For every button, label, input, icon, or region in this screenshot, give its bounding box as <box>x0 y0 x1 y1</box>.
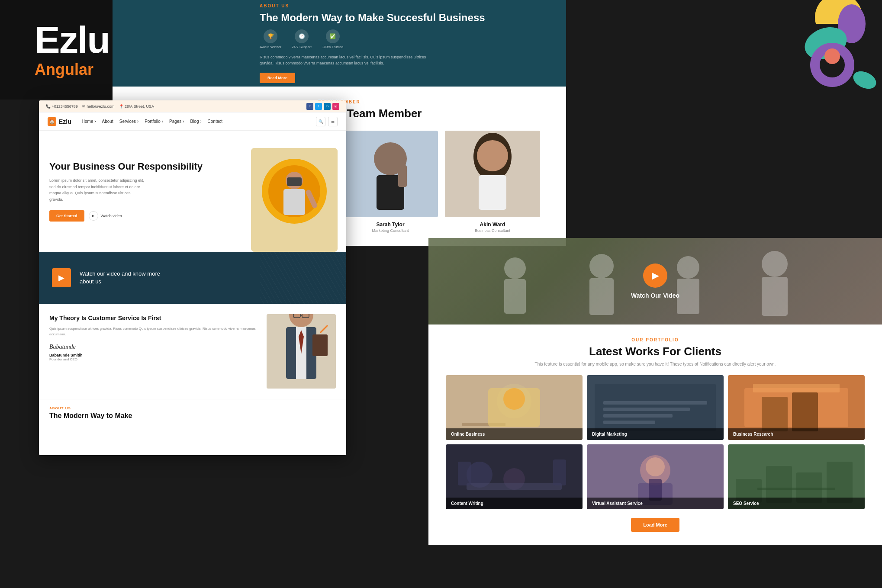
svg-rect-56 <box>603 408 690 411</box>
nav-logo-icon: 🏠 <box>48 117 56 126</box>
hero-get-started-button[interactable]: Get Started <box>49 210 84 222</box>
linkedin-icon[interactable]: in <box>324 103 331 110</box>
portfolio-item-2[interactable]: Digital Marketing <box>587 375 724 440</box>
portfolio-desc: This feature is essential for any mobile… <box>446 362 865 366</box>
website-preview: 📞 +01234556789 ✉ hello@ezlu.com 📍 28/A S… <box>39 100 346 455</box>
svg-rect-55 <box>603 401 707 405</box>
about-bottom-label: ABOUT US <box>49 406 336 410</box>
nav-search-button[interactable]: 🔍 <box>316 117 325 126</box>
trusted-icon: ✅ <box>326 29 340 43</box>
video-panel: ▶ Watch Our Video <box>428 238 882 325</box>
about-label: ABOUT US <box>260 3 544 8</box>
customer-name: Babatunde Smitih <box>49 353 260 357</box>
about-panel: ABOUT US The Modern Way to Make Succesfu… <box>113 0 566 87</box>
svg-rect-79 <box>827 462 853 503</box>
about-badge-award: 🏆 Award Winner <box>260 29 281 49</box>
about-badge-support: 🕐 24/7 Support <box>292 29 312 49</box>
svg-rect-63 <box>792 392 818 431</box>
nav-services[interactable]: Services › <box>119 119 138 124</box>
portfolio-item-3[interactable]: Business Research <box>728 375 865 440</box>
brand-logo: Ezlu <box>35 21 109 59</box>
video-play-button-small[interactable]: ▶ <box>52 268 71 287</box>
portfolio-label-3: Business Research <box>728 428 865 440</box>
nav-blog[interactable]: Blog › <box>190 119 201 124</box>
website-nav: 🏠 Ezlu Home › About Services › Portfolio… <box>39 112 346 131</box>
trusted-label: 100% Trusted <box>322 45 343 49</box>
award-label: Award Winner <box>260 45 281 49</box>
instagram-icon[interactable]: ig <box>332 103 339 110</box>
facebook-icon[interactable]: f <box>306 103 313 110</box>
team-member-role-3: Marketing Consultant <box>343 228 438 233</box>
nav-logo[interactable]: 🏠 Ezlu <box>48 117 71 126</box>
team-member-role-4: Business Consultant <box>445 228 540 233</box>
svg-point-5 <box>824 48 840 64</box>
load-more-button[interactable]: Load More <box>631 518 679 532</box>
twitter-icon[interactable]: t <box>315 103 322 110</box>
nav-links: Home › About Services › Portfolio › Page… <box>82 119 316 124</box>
hero-video-button[interactable]: ▶ Watch video <box>89 211 122 221</box>
customer-desc: Quis ipsum suspendisse ultrices gravida.… <box>49 326 260 337</box>
portfolio-panel: OUR PORTFOLIO Latest Works For Clients T… <box>428 325 882 545</box>
team-member-4: Akin Ward Business Consultant <box>445 131 540 233</box>
customer-image <box>267 314 336 389</box>
svg-rect-80 <box>757 488 835 490</box>
portfolio-title: Latest Works For Clients <box>446 345 865 358</box>
customer-signature: Babatunde <box>49 344 260 350</box>
svg-point-38 <box>477 140 508 171</box>
brand-subtitle: Angular <box>35 61 109 79</box>
about-badge-trusted: ✅ 100% Trusted <box>322 29 343 49</box>
svg-rect-34 <box>398 165 407 187</box>
svg-rect-67 <box>467 483 562 490</box>
svg-rect-62 <box>762 397 788 431</box>
nav-contact[interactable]: Contact <box>208 119 222 124</box>
video-section-text: Watch our video and know more about us <box>80 270 166 286</box>
nav-portfolio[interactable]: Portfolio › <box>145 119 163 124</box>
customer-text: My Theory Is Customer Service Is First Q… <box>49 314 260 389</box>
video-play-button[interactable]: ▶ <box>643 263 667 288</box>
svg-point-52 <box>503 388 525 410</box>
portfolio-item-6[interactable]: SEO Service <box>728 444 865 509</box>
team-photo-4 <box>445 131 540 217</box>
topbar-social: f t in ig <box>306 103 339 110</box>
portfolio-label: OUR PORTFOLIO <box>446 337 865 342</box>
about-desc: Risus commodo viverra maecenas accumsan … <box>260 54 433 67</box>
nav-menu-button[interactable]: ☰ <box>328 117 338 126</box>
svg-rect-58 <box>603 421 655 424</box>
nav-logo-text: Ezlu <box>59 118 71 125</box>
award-icon: 🏆 <box>264 29 277 43</box>
shapes-decoration <box>739 0 882 100</box>
portfolio-item-1[interactable]: Online Business <box>446 375 583 440</box>
hero-image <box>251 148 338 252</box>
svg-rect-68 <box>458 462 471 485</box>
topbar-email: ✉ hello@ezlu.com <box>82 104 115 109</box>
customer-role: Founder and CEO <box>49 357 260 361</box>
about-title: The Modern Way to Make Succesful Busines… <box>260 12 544 24</box>
portfolio-label-2: Digital Marketing <box>587 428 724 440</box>
svg-point-72 <box>646 457 665 476</box>
svg-rect-97 <box>312 334 328 356</box>
portfolio-load-more-container: Load More <box>446 518 865 532</box>
portfolio-label-6: SEO Service <box>728 498 865 509</box>
website-video-section: ▶ Watch our video and know more about us <box>39 252 346 304</box>
video-panel-label: Watch Our Video <box>631 292 679 299</box>
hero-description: Lorem ipsum dolor sit amet, consectetur … <box>49 177 145 202</box>
portfolio-label-4: Content Writing <box>446 498 583 509</box>
portfolio-item-5[interactable]: Virtual Assistant Service <box>587 444 724 509</box>
nav-action-icons: 🔍 ☰ <box>316 117 338 126</box>
team-photo-3 <box>343 131 438 217</box>
about-read-more-button[interactable]: Read More <box>260 73 295 83</box>
main-container: Ezlu Angular <box>0 0 882 588</box>
nav-pages[interactable]: Pages › <box>169 119 184 124</box>
nav-about[interactable]: About <box>102 119 113 124</box>
svg-rect-86 <box>287 177 302 186</box>
nav-home[interactable]: Home › <box>82 119 96 124</box>
portfolio-item-4[interactable]: Content Writing <box>446 444 583 509</box>
portfolio-label-1: Online Business <box>446 428 583 440</box>
hero-video-label: Watch video <box>101 214 122 218</box>
svg-rect-85 <box>283 189 305 215</box>
customer-title: My Theory Is Customer Service Is First <box>49 314 260 322</box>
svg-point-6 <box>850 68 879 92</box>
brand-text-block: Ezlu Angular <box>35 21 109 79</box>
website-topbar: 📞 +01234556789 ✉ hello@ezlu.com 📍 28/A S… <box>39 100 346 112</box>
team-member-3: Sarah Tylor Marketing Consultant <box>343 131 438 233</box>
